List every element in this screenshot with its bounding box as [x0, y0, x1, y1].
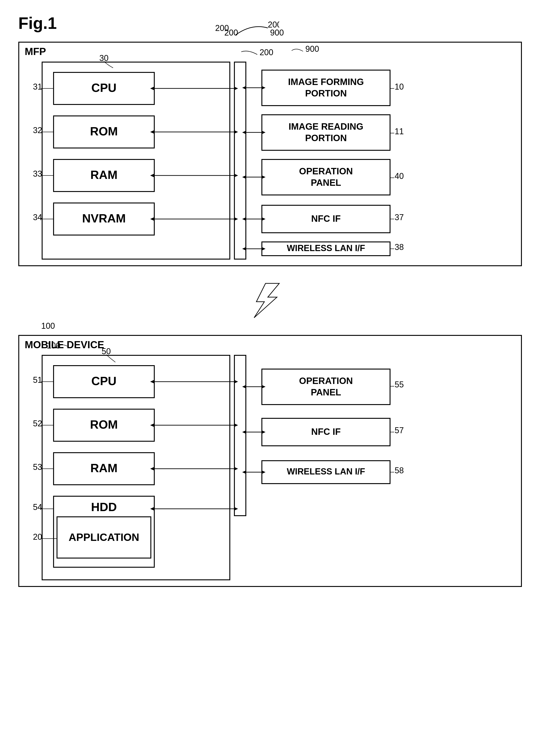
svg-text:PORTION: PORTION: [305, 133, 347, 143]
svg-text:51: 51: [33, 375, 42, 385]
svg-text:50: 50: [102, 347, 111, 356]
svg-text:HDD: HDD: [91, 500, 117, 514]
ref-900-label: 900: [270, 28, 284, 38]
svg-text:34: 34: [33, 212, 42, 222]
svg-text:RAM: RAM: [91, 168, 117, 182]
svg-text:APPLICATION: APPLICATION: [69, 531, 139, 543]
lightning-svg: [247, 282, 293, 319]
svg-text:32: 32: [33, 126, 42, 135]
svg-marker-63: [254, 284, 279, 318]
svg-text:PANEL: PANEL: [311, 177, 341, 188]
svg-text:54: 54: [33, 502, 42, 512]
svg-text:ROM: ROM: [90, 418, 118, 431]
svg-text:CPU: CPU: [91, 81, 116, 94]
svg-text:38: 38: [395, 242, 404, 252]
svg-text:31: 31: [33, 82, 42, 91]
diagram-area: 200 200 MFP 200 900: [18, 42, 538, 587]
svg-text:53: 53: [33, 462, 42, 472]
svg-text:20: 20: [33, 532, 42, 541]
svg-rect-37: [262, 115, 390, 150]
svg-text:11: 11: [395, 127, 404, 136]
svg-text:IMAGE FORMING: IMAGE FORMING: [288, 77, 364, 87]
mfp-svg: 200 900 30 CPU 31: [19, 43, 522, 266]
svg-text:200: 200: [259, 48, 273, 57]
svg-text:IMAGE READING: IMAGE READING: [289, 122, 363, 131]
ref-100-label: 100: [41, 321, 55, 331]
svg-text:WIRELESS LAN I/F: WIRELESS LAN I/F: [287, 467, 365, 476]
svg-text:37: 37: [395, 212, 404, 222]
svg-text:NFC IF: NFC IF: [311, 213, 341, 224]
svg-rect-82: [234, 355, 246, 516]
svg-rect-30: [262, 70, 390, 106]
ref-200-label: 200: [224, 28, 238, 38]
svg-text:33: 33: [33, 169, 42, 178]
svg-text:CPU: CPU: [91, 374, 116, 388]
mobile-outer-box: MOBILE DEVICE 100 50 CPU 51: [18, 335, 522, 587]
svg-text:PORTION: PORTION: [305, 88, 347, 98]
svg-text:RAM: RAM: [91, 461, 117, 475]
mobile-svg: 100 50 CPU 51 ROM: [19, 336, 522, 587]
svg-rect-44: [262, 159, 390, 195]
wireless-connection: [18, 280, 522, 321]
svg-text:52: 52: [33, 419, 42, 428]
svg-text:900: 900: [305, 44, 319, 54]
svg-text:40: 40: [395, 171, 404, 181]
svg-text:58: 58: [395, 466, 404, 475]
svg-rect-17: [234, 62, 246, 259]
svg-text:30: 30: [99, 54, 108, 63]
svg-text:OPERATION: OPERATION: [299, 376, 353, 386]
svg-text:10: 10: [395, 82, 404, 91]
svg-text:57: 57: [395, 426, 404, 435]
mfp-outer-box: MFP 200 900 30 CP: [18, 42, 522, 266]
svg-text:NFC IF: NFC IF: [311, 427, 341, 437]
svg-text:WIRELESS LAN I/F: WIRELESS LAN I/F: [287, 243, 365, 253]
svg-text:ROM: ROM: [90, 125, 118, 138]
svg-text:NVRAM: NVRAM: [82, 212, 126, 225]
svg-text:OPERATION: OPERATION: [299, 166, 353, 176]
mobile-device-section: 100 MOBILE DEVICE 100 50 CPU 51: [18, 335, 522, 587]
svg-rect-95: [262, 369, 390, 404]
svg-text:PANEL: PANEL: [311, 387, 341, 397]
svg-text:55: 55: [395, 380, 404, 389]
